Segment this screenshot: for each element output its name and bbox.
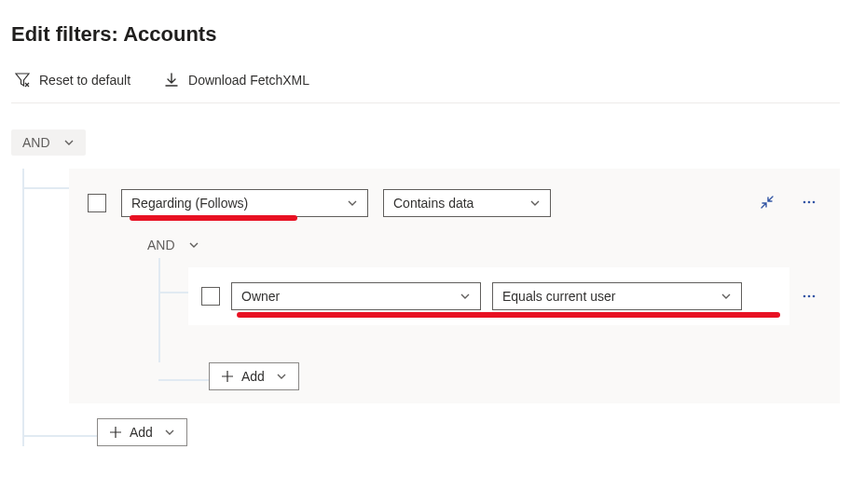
- reset-to-default-button[interactable]: Reset to default: [11, 69, 134, 91]
- plus-icon: [221, 370, 234, 383]
- svg-point-0: [803, 200, 806, 203]
- plus-icon: [109, 426, 122, 439]
- svg-point-5: [813, 295, 816, 298]
- tree-connector: [158, 379, 209, 381]
- chevron-down-icon: [460, 291, 471, 302]
- chevron-down-icon: [188, 239, 199, 251]
- condition-operator-value: Equals current user: [502, 289, 615, 304]
- condition-field-value: Owner: [241, 289, 280, 304]
- svg-point-4: [808, 295, 811, 298]
- related-operator-value: Contains data: [393, 196, 474, 211]
- condition-field-select[interactable]: Owner: [231, 282, 481, 310]
- inner-group-operator[interactable]: AND: [136, 232, 211, 258]
- chevron-down-icon: [721, 291, 732, 302]
- tree-connector: [24, 435, 97, 437]
- outer-add-button[interactable]: Add: [97, 418, 187, 446]
- inner-add-button[interactable]: Add: [209, 362, 299, 390]
- filter-tree: AND Regarding (Follows) Contains data: [11, 129, 840, 446]
- inner-group-label: AND: [147, 238, 175, 252]
- filter-reset-icon: [15, 73, 30, 88]
- svg-point-2: [813, 200, 816, 203]
- condition-more-button[interactable]: [797, 284, 821, 311]
- inner-add-label: Add: [241, 369, 265, 384]
- condition-operator-select[interactable]: Equals current user: [492, 282, 742, 310]
- chevron-down-icon: [347, 198, 358, 209]
- tree-connector: [160, 292, 188, 293]
- related-more-button[interactable]: [797, 190, 821, 217]
- tree-connector: [158, 325, 821, 362]
- reset-label: Reset to default: [39, 73, 130, 88]
- outer-add-label: Add: [130, 425, 153, 440]
- chevron-down-icon: [529, 198, 541, 209]
- root-group-operator[interactable]: AND: [11, 129, 86, 156]
- chevron-down-icon: [164, 427, 175, 438]
- svg-point-1: [808, 200, 811, 203]
- related-entity-group: Regarding (Follows) Contains data: [69, 169, 840, 403]
- chevron-down-icon: [63, 137, 75, 148]
- condition-checkbox[interactable]: [201, 287, 220, 306]
- related-operator-select[interactable]: Contains data: [383, 189, 551, 217]
- annotation-redline: [237, 312, 780, 318]
- collapse-related-button[interactable]: [756, 191, 778, 216]
- collapse-icon: [760, 195, 775, 210]
- more-horizontal-icon: [801, 194, 817, 211]
- svg-point-3: [803, 295, 806, 298]
- chevron-down-icon: [276, 371, 287, 382]
- tree-connector: [24, 187, 69, 189]
- related-entity-select[interactable]: Regarding (Follows): [121, 189, 368, 217]
- download-fetchxml-button[interactable]: Download FetchXML: [160, 69, 313, 91]
- condition-row: Owner Equals current user: [188, 267, 789, 325]
- page-title: Edit filters: Accounts: [11, 22, 840, 47]
- more-horizontal-icon: [801, 288, 817, 305]
- related-entity-value: Regarding (Follows): [131, 196, 248, 211]
- toolbar: Reset to default Download FetchXML: [11, 69, 840, 103]
- download-icon: [164, 73, 179, 88]
- annotation-redline: [130, 215, 297, 221]
- download-label: Download FetchXML: [188, 73, 309, 88]
- related-checkbox[interactable]: [88, 194, 106, 212]
- root-group-label: AND: [22, 135, 50, 150]
